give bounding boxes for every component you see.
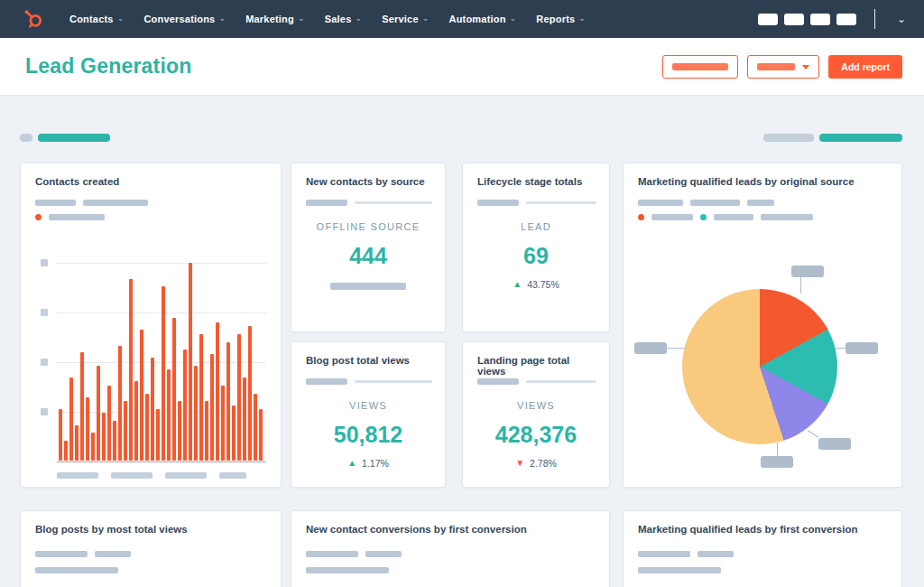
bar	[145, 394, 149, 461]
bar	[205, 401, 208, 461]
contacts-created-chart	[57, 263, 266, 461]
x-axis-placeholder	[111, 472, 152, 479]
card-mql-by-original-source: Marketing qualified leads by original so…	[623, 163, 902, 488]
bar	[237, 334, 241, 461]
chart-legend-row	[35, 200, 148, 206]
nav-item-sales[interactable]: Sales⌄	[317, 8, 371, 30]
pie-label-placeholder	[634, 342, 667, 354]
bar	[124, 401, 127, 461]
nav-item-reports[interactable]: Reports⌄	[528, 8, 594, 30]
bar	[134, 381, 138, 461]
placeholder-bar	[306, 378, 347, 385]
bar	[221, 386, 225, 461]
placeholder-bar	[306, 551, 358, 557]
header-controls: Add report	[662, 55, 902, 79]
pie-callout-line	[800, 277, 801, 294]
triangle-up-icon: ▲	[513, 280, 522, 289]
contacts-created-bars	[59, 263, 264, 461]
chevron-down-icon: ⌄	[578, 14, 586, 23]
placeholder-bar	[306, 567, 389, 573]
card-title: Marketing qualified leads by first conve…	[638, 524, 889, 535]
placeholder-line	[526, 201, 596, 204]
placeholder-bar	[638, 567, 721, 573]
card-title: Blog posts by most total views	[35, 524, 268, 535]
card-landing-page-total-views: Landing page total views VIEWS 428,376 ▼…	[462, 341, 610, 488]
nav-item-marketing[interactable]: Marketing⌄	[237, 8, 313, 30]
x-axis-placeholder	[57, 472, 98, 479]
placeholder-bar	[365, 551, 402, 557]
nav-tool-button-1[interactable]	[758, 14, 778, 25]
meta-pill-teal[interactable]	[38, 134, 110, 142]
nav-item-conversations[interactable]: Conversations⌄	[135, 8, 234, 30]
bar	[59, 409, 62, 461]
bar	[167, 369, 171, 461]
filter-placeholder-row	[477, 200, 596, 206]
bar	[226, 342, 230, 461]
pie-callout-line	[667, 348, 685, 349]
nav-item-contacts[interactable]: Contacts⌄	[61, 8, 132, 30]
legend-dot-icon	[35, 214, 42, 220]
card-new-contacts-by-source: New contacts by source OFFLINE SOURCE 44…	[291, 163, 446, 332]
nav-item-label: Marketing	[245, 14, 294, 24]
nav-item-label: Automation	[449, 14, 506, 24]
hubspot-logo[interactable]	[23, 9, 43, 29]
chevron-down-icon: ⌄	[117, 14, 125, 23]
y-axis-placeholder	[41, 359, 48, 366]
legend-placeholder	[747, 200, 774, 206]
meta-pill-teal[interactable]	[819, 134, 902, 142]
card-blog-post-total-views: Blog post total views VIEWS 50,812 ▲ 1.1…	[291, 341, 446, 488]
dashboard-meta-left	[20, 134, 110, 142]
legend-placeholder	[638, 200, 683, 206]
hubspot-dashboard: Contacts⌄Conversations⌄Marketing⌄Sales⌄S…	[0, 0, 924, 587]
chevron-down-icon: ⌄	[355, 14, 362, 23]
nav-tool-button-2[interactable]	[784, 14, 804, 25]
account-chevron-down-icon[interactable]: ⌄	[893, 9, 910, 29]
page-title: Lead Generation	[25, 54, 191, 79]
dashboard-filter-1[interactable]	[662, 55, 738, 79]
bar	[69, 377, 73, 461]
chevron-down-icon: ⌄	[298, 14, 305, 23]
nav-item-automation[interactable]: Automation⌄	[441, 8, 525, 30]
bar	[97, 366, 100, 461]
bar	[151, 358, 154, 461]
card-lifecycle-stage-totals: Lifecycle stage totals LEAD 69 ▲ 43.75%	[462, 163, 610, 332]
chevron-down-icon: ⌄	[510, 14, 517, 23]
dashboard-filter-dropdown[interactable]	[747, 55, 819, 79]
legend-dot-icon	[700, 214, 707, 220]
filter-placeholder-bar	[672, 63, 728, 70]
bar	[140, 330, 143, 461]
nav-tool-button-3[interactable]	[810, 14, 830, 25]
nav-item-label: Contacts	[69, 14, 114, 24]
card-mql-by-first-conversion: Marketing qualified leads by first conve…	[623, 510, 902, 587]
nav-item-service[interactable]: Service⌄	[374, 8, 437, 30]
placeholder-line	[355, 201, 432, 204]
chart-legend-row	[638, 200, 774, 206]
nav-tool-button-4[interactable]	[836, 14, 856, 25]
bar	[80, 352, 84, 461]
bar	[172, 318, 176, 461]
placeholder-bar	[638, 551, 690, 557]
bar	[243, 377, 246, 461]
placeholder-row	[35, 567, 118, 573]
metric-delta: ▲ 43.75%	[463, 279, 609, 290]
placeholder-bar	[35, 551, 88, 557]
pie-label-placeholder	[818, 438, 851, 450]
card-title: Contacts created	[35, 176, 268, 187]
x-axis-labels	[57, 472, 246, 479]
x-axis-placeholder	[165, 472, 207, 479]
y-axis-placeholder	[41, 408, 48, 415]
placeholder-row	[306, 567, 389, 573]
add-report-button[interactable]: Add report	[828, 55, 902, 79]
metric-label: LEAD	[463, 221, 609, 232]
nav-divider	[874, 9, 875, 29]
legend-placeholder	[714, 214, 753, 220]
nav-item-label: Conversations	[143, 14, 215, 24]
metric-label: VIEWS	[291, 400, 445, 411]
nav-item-label: Sales	[325, 14, 352, 24]
legend-placeholder	[761, 214, 813, 220]
pie-callout-line	[808, 430, 818, 437]
bar	[178, 401, 181, 461]
filter-placeholder-bar	[757, 63, 795, 70]
card-title: New contacts by source	[306, 176, 432, 187]
placeholder-line	[526, 380, 596, 383]
